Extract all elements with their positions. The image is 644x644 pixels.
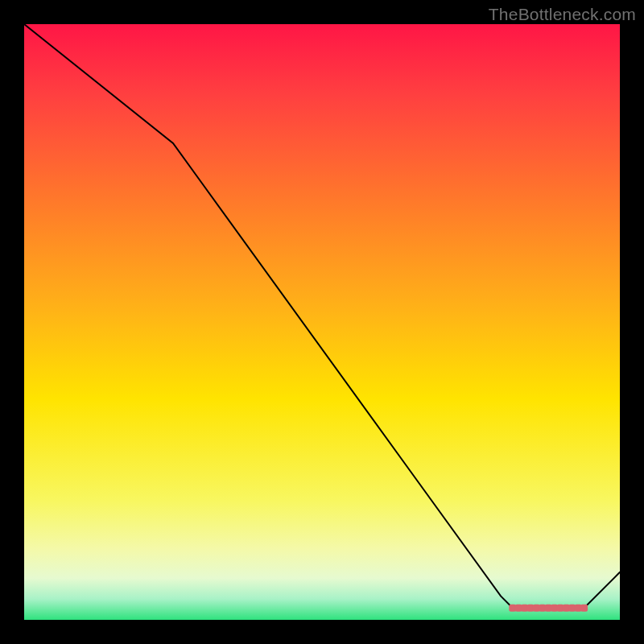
- chart-frame: TheBottleneck.com: [0, 0, 644, 644]
- marker-point: [580, 605, 588, 612]
- chart-plot: [24, 24, 620, 620]
- gradient-background: [24, 24, 620, 620]
- attribution-text: TheBottleneck.com: [489, 5, 636, 24]
- marker-segment: [509, 605, 588, 612]
